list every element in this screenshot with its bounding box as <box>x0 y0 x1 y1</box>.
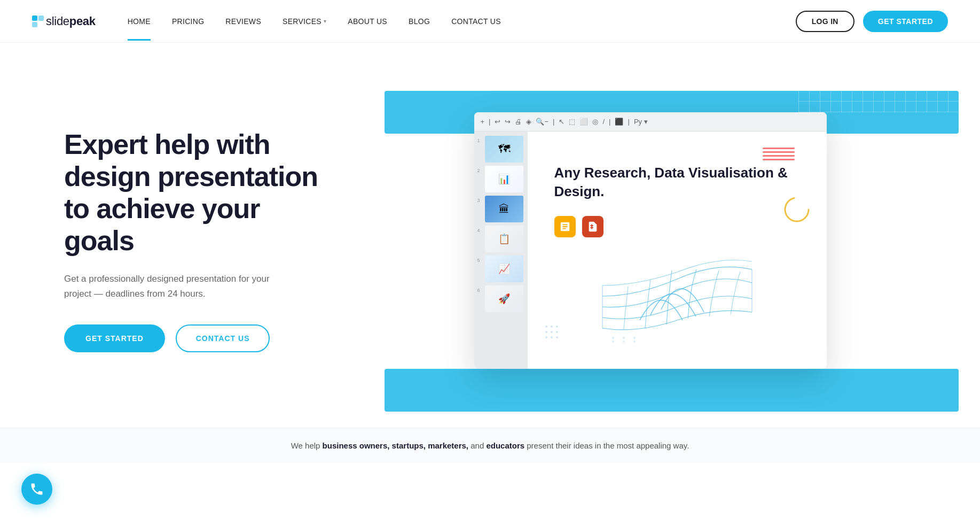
dot-grid <box>544 324 576 358</box>
svg-rect-0 <box>32 16 37 21</box>
svg-rect-2 <box>32 22 37 27</box>
header-actions: LOG IN GET STARTED <box>796 11 948 32</box>
toolbar-line[interactable]: / <box>602 118 605 126</box>
toolbar-circle[interactable]: ◎ <box>592 118 598 126</box>
toolbar-sep2: | <box>553 118 554 126</box>
grid-overlay-bottom <box>798 412 959 428</box>
slide-deco-lines <box>763 148 795 160</box>
nav-about[interactable]: ABOUT US <box>348 17 387 26</box>
slide-img-4 <box>485 226 523 252</box>
blue-bg-bottom <box>385 369 959 412</box>
google-slides-icon <box>554 216 576 237</box>
slide-img-5 <box>485 256 523 282</box>
toolbar-undo[interactable]: ↩ <box>495 118 500 126</box>
svg-point-7 <box>612 341 614 343</box>
svg-point-12 <box>556 326 558 328</box>
logo[interactable]: slidepeak <box>32 14 96 28</box>
grid-overlay-top <box>798 69 959 112</box>
toolbar-img[interactable]: ⬛ <box>615 118 623 126</box>
toolbar-zoom[interactable]: 🔍− <box>536 118 548 126</box>
toolbar-pointer[interactable]: ◈ <box>526 118 531 126</box>
svg-point-14 <box>551 331 553 333</box>
toolbar-py[interactable]: Py ▾ <box>634 118 648 126</box>
svg-point-9 <box>633 341 636 343</box>
main-nav: HOME PRICING REVIEWS SERVICES ▾ ABOUT US… <box>128 17 796 26</box>
slide-img-1 <box>485 136 523 163</box>
logo-peak: peak <box>69 14 96 28</box>
svg-rect-1 <box>38 16 44 21</box>
hero-text: Expert help with design presentation to … <box>64 129 320 352</box>
slide-icons-row <box>554 216 800 237</box>
logo-icon <box>32 16 44 27</box>
hero-buttons: GET STARTED CONTACT US <box>64 324 320 352</box>
toolbar-sep: | <box>489 118 490 126</box>
nav-pricing[interactable]: PRICING <box>172 17 204 26</box>
nav-services[interactable]: SERVICES ▾ <box>283 17 326 26</box>
svg-point-15 <box>556 331 558 333</box>
slide-main: Any Research, Data Visualisation & Desig… <box>528 132 827 369</box>
slide-thumb-4[interactable]: 4 <box>477 226 524 252</box>
svg-point-11 <box>551 326 553 328</box>
svg-point-10 <box>545 326 547 328</box>
slide-thumb-1[interactable]: 1 <box>477 136 524 163</box>
hero-contact-button[interactable]: CONTACT US <box>176 324 270 352</box>
hero-get-started-button[interactable]: GET STARTED <box>64 324 165 352</box>
svg-point-8 <box>623 341 625 343</box>
toolbar-redo[interactable]: ↪ <box>505 118 511 126</box>
svg-point-3 <box>785 198 809 221</box>
slide-panel: 1 2 3 4 5 <box>474 132 528 369</box>
svg-point-18 <box>556 336 558 338</box>
ppt-body: 1 2 3 4 5 <box>474 132 827 369</box>
toolbar-cursor[interactable]: ↖ <box>559 118 565 126</box>
hero-subtitle: Get a professionally designed presentati… <box>64 272 278 300</box>
hero-title: Expert help with design presentation to … <box>64 129 320 257</box>
logo-slide: slide <box>46 14 69 28</box>
get-started-nav-button[interactable]: GET STARTED <box>863 11 948 32</box>
services-chevron: ▾ <box>324 18 326 24</box>
highlight-business: business owners, startups, marketers, <box>323 441 468 450</box>
nav-home[interactable]: HOME <box>128 17 151 26</box>
hero-section: Expert help with design presentation to … <box>0 43 980 428</box>
highlight-educators: educators <box>486 441 524 450</box>
svg-point-4 <box>612 337 614 339</box>
grid-3d-visual <box>554 259 800 344</box>
bottom-text: We help business owners, startups, marke… <box>291 441 689 450</box>
svg-point-5 <box>623 337 625 339</box>
toolbar-print[interactable]: 🖨 <box>515 118 522 126</box>
header: slidepeak HOME PRICING REVIEWS SERVICES … <box>0 0 980 43</box>
slide-img-3 <box>485 196 523 222</box>
toolbar-sep3: | <box>609 118 610 126</box>
toolbar-shape2[interactable]: ⬜ <box>579 118 588 126</box>
toolbar-sep4: | <box>628 118 629 126</box>
slide-thumb-3[interactable]: 3 <box>477 196 524 222</box>
svg-point-13 <box>545 331 547 333</box>
slide-img-6 <box>485 285 523 312</box>
circular-progress <box>783 196 811 223</box>
svg-point-6 <box>633 337 636 339</box>
powerpoint-icon <box>582 216 603 237</box>
hero-visual: + | ↩ ↪ 🖨 ◈ 🔍− | ↖ ⬚ ⬜ ◎ / | ⬛ | Py ▾ <box>352 112 948 369</box>
svg-point-17 <box>551 336 553 338</box>
slide-thumb-2[interactable]: 2 <box>477 166 524 192</box>
login-button[interactable]: LOG IN <box>796 11 854 32</box>
nav-blog[interactable]: BLOG <box>409 17 430 26</box>
slide-main-title: Any Research, Data Visualisation & Desig… <box>554 164 800 201</box>
svg-point-16 <box>545 336 547 338</box>
toolbar-shape1[interactable]: ⬚ <box>569 118 575 126</box>
bottom-bar: We help business owners, startups, marke… <box>0 428 980 463</box>
slide-thumb-5[interactable]: 5 <box>477 256 524 282</box>
nav-contact[interactable]: CONTACT US <box>451 17 501 26</box>
ppt-window: + | ↩ ↪ 🖨 ◈ 🔍− | ↖ ⬚ ⬜ ◎ / | ⬛ | Py ▾ <box>474 112 827 369</box>
ppt-toolbar: + | ↩ ↪ 🖨 ◈ 🔍− | ↖ ⬚ ⬜ ◎ / | ⬛ | Py ▾ <box>474 112 827 132</box>
nav-reviews[interactable]: REVIEWS <box>225 17 261 26</box>
toolbar-plus[interactable]: + <box>481 118 485 126</box>
slide-thumb-6[interactable]: 6 <box>477 285 524 312</box>
slide-img-2 <box>485 166 523 192</box>
